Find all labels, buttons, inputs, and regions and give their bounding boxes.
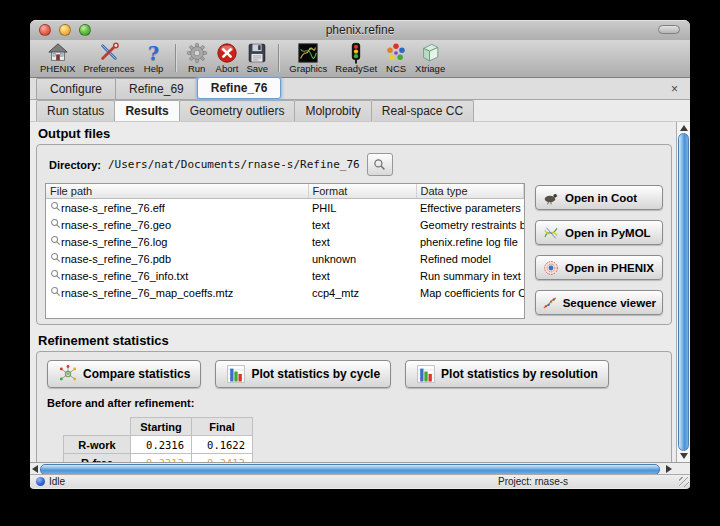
button-label: Plot statistics by cycle [251,367,380,381]
toolbar-label: Abort [216,63,239,74]
open-in-pymol-button[interactable]: Open in PyMOL [535,220,663,245]
table-row[interactable]: rnase-s_refine_76.eff PHIL Effective par… [46,199,524,217]
magnifier-icon [50,235,61,246]
sequence-viewer-button[interactable]: Sequence viewer [535,290,663,315]
table-row[interactable]: rnase-s_refine_76.pdb unknown Refined mo… [46,250,524,267]
column-header-format[interactable]: Format [308,184,416,199]
file-path: rnase-s_refine_76.eff [61,202,165,214]
directory-label: Directory: [49,159,101,171]
tab-refine-76[interactable]: Refine_76 [197,77,282,99]
save-floppy-icon [246,42,268,64]
toolbar-label: Graphics [289,63,327,74]
button-label: Open in Coot [565,192,637,204]
tab-run-status[interactable]: Run status [36,100,115,121]
magnifier-icon [50,218,61,229]
stats-col-final: Final [192,418,253,436]
column-header-file-path[interactable]: File path [46,184,308,199]
toolbar-phenix-button[interactable]: PHENIX [36,42,79,74]
plot-statistics-by-cycle-button[interactable]: Plot statistics by cycle [215,360,391,388]
resize-grip[interactable] [679,477,689,487]
tab-results[interactable]: Results [114,100,179,121]
tab-configure[interactable]: Configure [36,78,116,99]
horizontal-scrollbar[interactable] [30,462,690,474]
vertical-scrollbar[interactable] [676,122,690,462]
button-label: Sequence viewer [563,297,656,309]
readyset-traffic-light-icon [345,42,367,64]
ncs-dice-icon [385,42,407,64]
before-after-table: Starting Final R-work 0.2316 0.1622 R-fr… [63,417,253,462]
bar-chart-icon [416,364,436,384]
magnifier-icon [50,286,61,297]
coot-bird-icon [542,190,560,206]
stat-starting-value: 0.2313 [131,454,192,463]
file-format: unknown [308,250,416,267]
xtriage-crystal-icon [419,42,441,64]
toolbar-label: PHENIX [40,63,75,74]
table-row[interactable]: rnase-s_refine_76_map_coeffs.mtz ccp4_mt… [46,284,524,301]
table-row[interactable]: rnase-s_refine_76.geo text Geometry rest… [46,216,524,233]
toolbar-readyset-button[interactable]: ReadySet [331,42,381,74]
file-path: rnase-s_refine_76.log [61,236,167,248]
toolbar-run-button[interactable]: Run [182,42,212,74]
file-data-type: Refined model [416,250,524,267]
scroll-down-arrow-icon[interactable] [680,453,688,459]
column-header-data-type[interactable]: Data type [416,184,524,199]
tab-close-icon[interactable]: × [669,81,680,97]
stats-row: R-free 0.2313 0.2413 [64,454,253,463]
table-row[interactable]: rnase-s_refine_76_info.txt text Run summ… [46,267,524,284]
bar-chart-icon [226,364,246,384]
help-question-icon: ? [143,42,165,64]
vertical-scrollbar-thumb[interactable] [678,133,689,451]
window-title: phenix.refine [30,23,690,37]
tab-refine-69[interactable]: Refine_69 [115,78,198,99]
stat-final-value: 0.2413 [192,454,253,463]
file-format: text [308,233,416,250]
file-format: text [308,216,416,233]
plot-statistics-by-resolution-button[interactable]: Plot statistics by resolution [405,360,609,388]
preferences-tools-icon [98,42,120,64]
directory-path: /Users/nat/Documents/rnase-s/Refine_76 [108,158,360,171]
toolbar-abort-button[interactable]: Abort [212,42,243,74]
scroll-right-arrow-icon[interactable] [666,465,672,473]
molecule-graph-icon [58,364,78,384]
scroll-up-arrow-icon[interactable] [680,125,688,131]
toolbar-preferences-button[interactable]: Preferences [79,42,138,74]
output-files-heading: Output files [38,126,676,141]
file-path: rnase-s_refine_76_info.txt [61,270,188,282]
toolbar-label: Preferences [83,63,134,74]
toolbar-toggle-button[interactable] [658,25,680,34]
open-in-phenix-button[interactable]: Open in PHENIX [535,255,663,280]
stats-col-starting: Starting [131,418,192,436]
stat-label: R-free [64,454,131,463]
sub-tab-bar: Run status Results Geometry outliers Mol… [30,100,690,122]
file-data-type: Effective parameters for this run [416,199,524,217]
magnifier-icon [50,252,61,263]
browse-directory-button[interactable] [367,153,393,176]
magnifier-icon [50,269,61,280]
refinement-statistics-heading: Refinement statistics [38,333,676,348]
tab-real-space-cc[interactable]: Real-space CC [371,100,474,121]
toolbar-graphics-button[interactable]: Graphics [285,42,331,74]
file-format: PHIL [308,199,416,217]
file-data-type: phenix.refine log file [416,233,524,250]
button-label: Open in PyMOL [565,227,651,239]
button-label: Open in PHENIX [565,262,654,274]
toolbar-label: NCS [386,63,406,74]
toolbar-xtriage-button[interactable]: Xtriage [411,42,449,74]
title-bar: phenix.refine [30,20,690,40]
toolbar-label: Help [144,63,164,74]
toolbar-help-button[interactable]: ? Help [139,42,169,74]
toolbar-label: ReadySet [335,63,377,74]
toolbar-ncs-button[interactable]: NCS [381,42,411,74]
compare-statistics-button[interactable]: Compare statistics [47,360,201,388]
app-window: phenix.refine PHENIX Preferences ? Help … [30,20,690,489]
tab-geometry-outliers[interactable]: Geometry outliers [179,100,296,121]
open-in-coot-button[interactable]: Open in Coot [535,185,663,210]
table-row[interactable]: rnase-s_refine_76.log text phenix.refine… [46,233,524,250]
tab-molprobity[interactable]: Molprobity [294,100,371,121]
toolbar-save-button[interactable]: Save [242,42,272,74]
button-label: Compare statistics [83,367,190,381]
file-data-type: Geometry restraints before refinement [416,216,524,233]
scroll-left-arrow-icon[interactable] [32,465,38,473]
toolbar-label: Run [188,63,205,74]
